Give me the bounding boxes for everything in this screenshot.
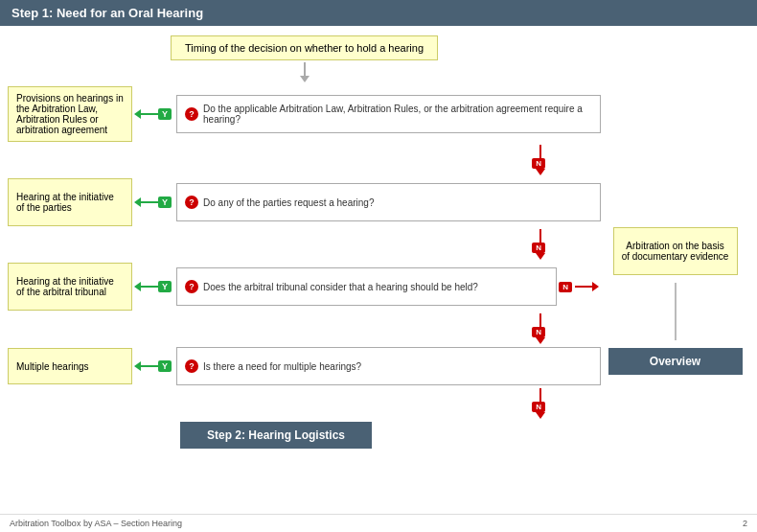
question-text-3: Does the arbitral tribunal consider that… [203,282,478,292]
n-line-3 [539,313,541,327]
n-head-3 [536,337,545,344]
arrow-line [304,62,306,76]
yellow-box-4-text: Multiple hearings [16,361,89,372]
arrow-right-head [592,282,599,291]
arrow-right-n: N [559,282,599,292]
arrow-left-head-2 [134,197,141,207]
step-header-title: Step 1: Need for an Oral Hearing [11,6,203,20]
arrow-timing-down [300,62,310,82]
flow-row-1: Provisions on hearings in the Arbitratio… [8,86,601,142]
step2-label: Step 2: Hearing Logistics [207,428,345,442]
arrow-right-line [575,286,592,288]
badge-y-4: Y [158,360,172,372]
question-box-2: ? Do any of the parties request a hearin… [176,183,601,221]
footer-right: 2 [743,519,747,528]
arrow-left-line-3 [141,286,158,288]
arrow-left-line-2 [141,201,158,203]
overview-box[interactable]: Overview [608,348,743,375]
n-badge-2: N [532,243,545,253]
flow-row-4: Multiple hearings Y ? Is there a need fo… [8,347,601,385]
question-icon-3: ? [185,280,198,293]
flowchart-column: Timing of the decision on whether to hol… [8,35,601,508]
yellow-box-4: Multiple hearings [8,348,132,384]
arrow-left-line-4 [141,365,158,367]
overview-label: Overview [650,355,700,368]
arrow-left-4: Y [134,360,174,372]
n-badge-4: N [532,402,545,412]
question-box-3: ? Does the arbitral tribunal consider th… [176,267,557,306]
n-head-1 [536,169,545,175]
right-column: Arbitration on the basis of documentary … [601,35,749,508]
question-text-2: Do any of the parties request a hearing? [203,197,374,208]
step-header: Step 1: Need for an Oral Hearing [0,0,757,26]
n-head-2 [536,253,545,260]
question-text-1: Do the applicable Arbitration Law, Arbit… [203,104,592,125]
arrow-head [300,76,310,82]
n-arrow-2: N [532,229,548,260]
arrow-left-2: Y [134,197,174,208]
timing-box: Timing of the decision on whether to hol… [171,35,438,60]
n-badge-1: N [532,158,545,169]
right-vert-line [675,283,677,340]
arrow-left-line-1 [141,113,158,115]
n-line-4 [539,388,541,402]
question-icon-2: ? [185,196,198,209]
arrow-left-1: Y [134,108,174,120]
n-arrow-3: N [532,313,548,344]
footer-left: Arbitration Toolbox by ASA – Section Hea… [10,519,182,528]
yellow-box-3: Hearing at the initiative of the arbitra… [8,263,132,311]
question-text-4: Is there a need for multiple hearings? [203,361,361,372]
question-icon-1: ? [185,107,198,121]
n-badge-3: N [532,327,545,337]
n-line-1 [539,145,541,158]
yellow-box-1-text: Provisions on hearings in the Arbitratio… [16,93,124,135]
arrow-left-head-1 [134,109,141,119]
arrow-left-3: Y [134,281,174,292]
bottom-area: Step 2: Hearing Logistics [8,422,601,449]
main-content: Timing of the decision on whether to hol… [0,26,757,514]
yellow-box-2-text: Hearing at the initiative of the parties [16,192,124,213]
yellow-box-2: Hearing at the initiative of the parties [8,178,132,226]
flow-row-3: Hearing at the initiative of the arbitra… [8,263,601,311]
footer: Arbitration Toolbox by ASA – Section Hea… [0,514,757,532]
step2-box[interactable]: Step 2: Hearing Logistics [180,422,372,449]
question-icon-4: ? [185,359,198,373]
flow-container: Timing of the decision on whether to hol… [8,35,601,449]
yellow-box-1: Provisions on hearings in the Arbitratio… [8,86,132,142]
n-arrow-4: N [532,388,548,419]
badge-y-2: Y [158,197,172,208]
question-box-4: ? Is there a need for multiple hearings? [176,347,601,385]
flow-row-2: Hearing at the initiative of the parties… [8,178,601,226]
question-box-1: ? Do the applicable Arbitration Law, Arb… [176,95,601,133]
timing-box-text: Timing of the decision on whether to hol… [185,42,424,54]
n-badge-right: N [559,282,572,292]
arrow-left-head-4 [134,361,141,371]
n-arrow-1: N [532,145,548,175]
arrow-left-head-3 [134,282,141,291]
n-line-2 [539,229,541,243]
arbitration-box: Arbitration on the basis of documentary … [613,227,738,275]
arbitration-box-text: Arbitration on the basis of documentary … [622,241,729,262]
badge-y-1: Y [158,108,172,120]
yellow-box-3-text: Hearing at the initiative of the arbitra… [16,276,124,297]
badge-y-3: Y [158,281,172,292]
n-head-4 [536,412,545,419]
page-wrapper: Step 1: Need for an Oral Hearing Timing … [0,0,757,532]
